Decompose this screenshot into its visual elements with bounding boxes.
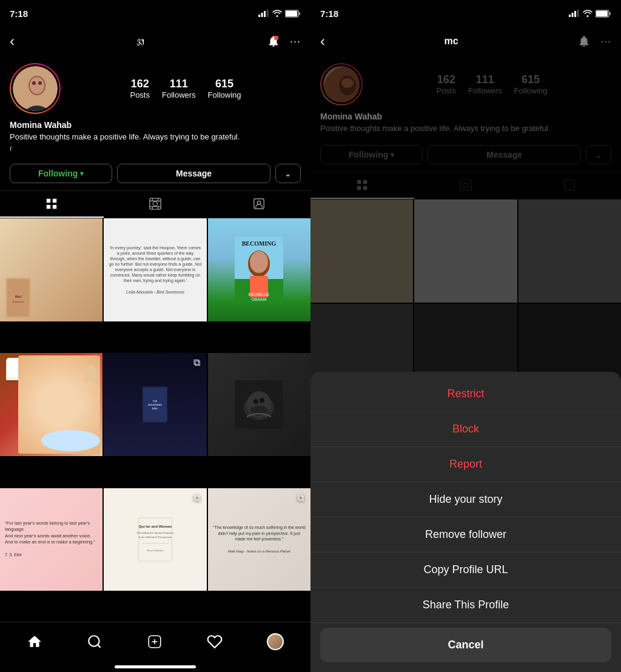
svg-rect-0 bbox=[258, 15, 260, 17]
hide-story-button[interactable]: Hide your story bbox=[310, 482, 621, 517]
left-message-button[interactable]: Message bbox=[117, 164, 270, 183]
left-notification-icon[interactable] bbox=[267, 35, 280, 48]
right-grid-2 bbox=[414, 200, 517, 302]
likes-button[interactable] bbox=[202, 629, 227, 654]
svg-rect-15 bbox=[53, 199, 56, 203]
grid-item-9[interactable]: "The knowledge of so much suffering in t… bbox=[208, 488, 310, 591]
right-message-button: Message bbox=[428, 145, 581, 164]
svg-text:Bird: Bird bbox=[15, 295, 21, 298]
block-button[interactable]: Block bbox=[310, 412, 621, 447]
left-stat-following[interactable]: 615 Following bbox=[208, 78, 241, 99]
left-more-button[interactable]: ⌄ bbox=[275, 164, 301, 183]
left-more-icon[interactable]: ··· bbox=[290, 35, 301, 48]
svg-rect-66 bbox=[577, 10, 579, 17]
left-tab-grid[interactable] bbox=[0, 191, 104, 218]
right-following-count: 615 bbox=[522, 73, 540, 86]
right-avatar bbox=[320, 63, 363, 106]
svg-rect-1 bbox=[261, 13, 263, 17]
profile-avatar bbox=[267, 633, 284, 650]
svg-rect-18 bbox=[150, 198, 161, 209]
right-posts-label: Posts bbox=[436, 86, 456, 95]
svg-point-12 bbox=[32, 81, 36, 85]
svg-rect-69 bbox=[609, 12, 611, 15]
context-menu-sheet: Restrict Block Report Hide your story Re… bbox=[310, 372, 621, 672]
wifi-icon bbox=[272, 10, 282, 17]
grid-item-4[interactable] bbox=[0, 353, 102, 455]
right-followers-label: Followers bbox=[468, 86, 502, 95]
cancel-button[interactable]: Cancel bbox=[320, 628, 611, 662]
multi-badge-9: ⧉ bbox=[295, 492, 307, 504]
left-avatar-image bbox=[13, 66, 58, 111]
left-panel: 7:18 ‹ ꮺ bbox=[0, 0, 310, 672]
svg-rect-68 bbox=[596, 11, 608, 16]
svg-rect-6 bbox=[299, 12, 300, 15]
left-tabs bbox=[0, 190, 310, 218]
svg-rect-77 bbox=[460, 180, 471, 190]
svg-text:Amina Wadud: Amina Wadud bbox=[147, 549, 164, 552]
left-stat-followers[interactable]: 111 Followers bbox=[162, 78, 196, 99]
left-following-button[interactable]: Following ▾ bbox=[10, 164, 112, 183]
grid-item-2[interactable]: 'In every journey,' said the Hoopoe, 'th… bbox=[104, 218, 206, 321]
left-profile-bio: Positive thoughts make a positive life. … bbox=[10, 132, 301, 143]
right-posts-count: 162 bbox=[437, 73, 455, 86]
svg-rect-64 bbox=[572, 13, 574, 17]
grid-item-3[interactable]: BECOMING MICHELLE OBAMA bbox=[208, 218, 310, 321]
svg-rect-16 bbox=[47, 205, 50, 209]
right-tab-grid bbox=[310, 172, 414, 199]
right-top-nav: ‹ mc ··· bbox=[310, 27, 621, 56]
grid-item-1[interactable]: Bird Summons bbox=[0, 218, 102, 321]
svg-text:Summons: Summons bbox=[13, 300, 24, 303]
create-button[interactable] bbox=[142, 629, 167, 654]
left-back-button[interactable]: ‹ bbox=[10, 33, 15, 50]
svg-rect-75 bbox=[357, 186, 361, 190]
left-bottom-nav bbox=[0, 622, 310, 665]
right-profile-top: 162 Posts 111 Followers 615 Following bbox=[320, 63, 611, 106]
left-profile-link[interactable]: r bbox=[10, 144, 301, 153]
right-wifi-icon bbox=[583, 10, 592, 17]
left-followers-count: 111 bbox=[170, 78, 188, 90]
right-tab-reels bbox=[414, 172, 518, 199]
left-tab-tagged[interactable] bbox=[207, 191, 310, 218]
left-tab-reels[interactable] bbox=[104, 191, 207, 218]
left-stat-posts[interactable]: 162 Posts bbox=[130, 78, 150, 99]
right-back-button[interactable]: ‹ bbox=[320, 33, 325, 50]
copy-profile-url-button[interactable]: Copy Profile URL bbox=[310, 553, 621, 588]
right-stats: 162 Posts 111 Followers 615 Following bbox=[372, 73, 611, 95]
left-followers-label: Followers bbox=[162, 90, 196, 99]
left-avatar[interactable] bbox=[10, 63, 61, 114]
right-profile-bio: Positive thoughts make a positive life. … bbox=[320, 123, 611, 134]
remove-follower-button[interactable]: Remove follower bbox=[310, 517, 621, 553]
svg-point-35 bbox=[250, 251, 268, 273]
right-stat-following: 615 Following bbox=[514, 73, 548, 95]
grid-item-5[interactable]: THE MOUNTAINS RING ⧉ bbox=[104, 353, 206, 455]
left-username-label: ꮺ bbox=[137, 33, 144, 49]
left-action-buttons: Following ▾ Message ⌄ bbox=[10, 164, 301, 183]
right-tab-tagged bbox=[517, 172, 621, 199]
svg-rect-76 bbox=[363, 186, 367, 190]
battery-icon bbox=[285, 10, 301, 18]
home-button[interactable] bbox=[22, 629, 47, 654]
right-notification-icon[interactable] bbox=[577, 35, 591, 48]
left-top-nav: ‹ ꮺ ··· bbox=[0, 27, 310, 56]
left-nav-icons: ··· bbox=[267, 35, 301, 48]
right-following-button: Following ▾ bbox=[320, 145, 423, 164]
left-profile-top: 162 Posts 111 Followers 615 Following bbox=[10, 63, 301, 114]
right-profile-section: 162 Posts 111 Followers 615 Following Mo… bbox=[310, 56, 621, 139]
svg-text:MICHELLE: MICHELLE bbox=[249, 292, 270, 297]
svg-text:Rereading the Sacred Scripture: Rereading the Sacred Scripture bbox=[137, 531, 173, 534]
grid-item-8[interactable]: Qur'an and Woman Rereading the Sacred Sc… bbox=[104, 488, 206, 591]
right-nav-icons: ··· bbox=[577, 35, 611, 48]
report-button[interactable]: Report bbox=[310, 447, 621, 482]
grid-item-7[interactable]: "For last year's words belong to last ye… bbox=[0, 488, 102, 591]
grid-item-6[interactable] bbox=[208, 353, 310, 455]
svg-point-49 bbox=[260, 398, 264, 403]
profile-button[interactable] bbox=[262, 628, 289, 655]
svg-point-13 bbox=[38, 81, 42, 85]
share-profile-button[interactable]: Share This Profile bbox=[310, 588, 621, 623]
restrict-button[interactable]: Restrict bbox=[310, 377, 621, 412]
search-button[interactable] bbox=[82, 629, 107, 654]
right-profile-name: Momina Wahab bbox=[320, 112, 611, 121]
right-more-icon[interactable]: ··· bbox=[600, 35, 611, 48]
svg-text:RING: RING bbox=[152, 408, 158, 410]
svg-point-78 bbox=[463, 183, 468, 187]
